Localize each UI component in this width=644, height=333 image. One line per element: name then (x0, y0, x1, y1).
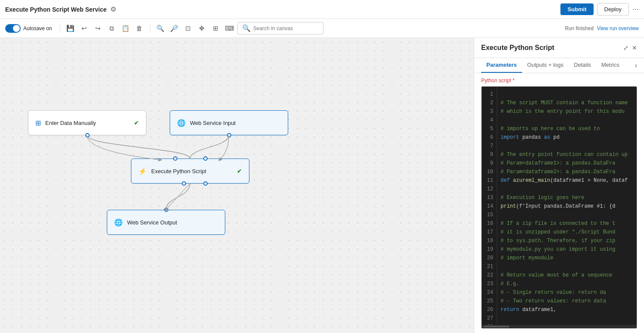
execute-python-dot-bottom-right[interactable] (203, 181, 208, 186)
web-service-input-dot-bottom[interactable] (227, 133, 231, 137)
code-label-text: Python script (481, 78, 511, 84)
code-line-26: return dataframe1, (501, 305, 633, 314)
code-line-12 (501, 185, 633, 193)
toolbar-right: Run finished View run overview (565, 25, 639, 31)
header-left: Execute Python Script Web Service ⚙ (5, 5, 116, 13)
web-service-input-label: Web Service Input (190, 120, 236, 126)
code-line-17: # it is unzipped under "./Script Bund (501, 228, 633, 237)
execute-python-dot-bottom-left[interactable] (182, 181, 186, 186)
gear-icon[interactable]: ⚙ (110, 5, 116, 13)
code-line-13: # Execution logic goes here (501, 193, 633, 202)
delete-icon[interactable]: 🗑 (134, 22, 146, 34)
tab-metrics[interactable]: Metrics (596, 58, 625, 73)
toolbar-separator-1 (60, 24, 60, 33)
web-service-output-dot-top[interactable] (164, 208, 168, 212)
pan-icon[interactable]: ✥ (196, 22, 208, 34)
panel-header: Execute Python Script ⤢ ✕ (474, 38, 644, 58)
web-service-output-icon: 🌐 (114, 218, 123, 227)
autosave-pill[interactable] (5, 24, 21, 33)
code-line-4 (501, 116, 633, 124)
zoom-in-icon[interactable]: 🔎 (168, 22, 180, 34)
code-line-9: # Param<dataframe1>: a pandas.DataFra (501, 159, 633, 168)
layout-icon[interactable]: ⊞ (210, 22, 222, 34)
code-line-15 (501, 211, 633, 219)
node-enter-data[interactable]: ⊞ Enter Data Manually ✔ (28, 110, 146, 135)
deploy-button[interactable]: Deploy (597, 3, 629, 16)
redo-icon[interactable]: ↪ (92, 22, 104, 34)
execute-python-dot-top-right[interactable] (203, 156, 208, 161)
search-input[interactable] (253, 25, 314, 31)
close-icon[interactable]: ✕ (632, 44, 637, 51)
code-line-7 (501, 142, 633, 150)
autosave-toggle[interactable]: Autosave on (5, 24, 52, 33)
tab-parameters[interactable]: Parameters (481, 58, 522, 73)
top-header: Execute Python Script Web Service ⚙ Subm… (0, 0, 644, 19)
toolbar-separator-2 (150, 24, 150, 33)
search-icon: 🔍 (242, 24, 251, 32)
code-line-24: # - Single return value: return da (501, 288, 633, 297)
code-line-20: # import mymodule (501, 254, 633, 262)
code-line-22: # Return value must be of a sequence (501, 271, 633, 280)
execute-python-icon: ⚡ (138, 167, 147, 175)
code-line-1 (501, 90, 633, 99)
node-execute-python[interactable]: ⚡ Execute Python Script ✔ (131, 159, 249, 184)
copy-icon[interactable]: ⧉ (106, 22, 118, 34)
page-title: Execute Python Script Web Service (5, 6, 107, 13)
paste-icon[interactable]: 📋 (120, 22, 132, 34)
code-line-3: # which is the entry point for this modu (501, 107, 633, 116)
enter-data-icon: ⊞ (35, 119, 41, 127)
web-service-output-label: Web Service Output (127, 219, 177, 226)
tab-details[interactable]: Details (569, 58, 596, 73)
search-box: 🔍 (237, 22, 324, 34)
code-line-6: import pandas as pd (501, 133, 633, 142)
code-line-21 (501, 262, 633, 271)
more-options-icon[interactable]: ··· (632, 5, 639, 14)
required-mark: * (511, 78, 514, 84)
expand-icon[interactable]: ⤢ (623, 44, 628, 51)
save-icon[interactable]: 💾 (65, 22, 77, 34)
run-status: Run finished (565, 25, 594, 31)
code-line-5: # imports up here can be used to (501, 124, 633, 133)
fit-view-icon[interactable]: ⊡ (182, 22, 194, 34)
canvas[interactable]: ⊞ Enter Data Manually ✔ 🌐 Web Service In… (0, 38, 474, 333)
tabs-arrow[interactable]: › (635, 58, 637, 73)
accessibility-icon[interactable]: ⌨ (224, 22, 236, 34)
enter-data-check-icon: ✔ (134, 119, 139, 126)
panel-tabs: Parameters Outputs + logs Details Metric… (474, 58, 644, 73)
code-line-27 (501, 314, 633, 323)
zoom-out-icon[interactable]: 🔍 (155, 22, 167, 34)
undo-icon[interactable]: ↩ (78, 22, 90, 34)
enter-data-label: Enter Data Manually (45, 120, 96, 126)
arrows-svg (0, 38, 474, 333)
code-line-18: # to sys.path. Therefore, if your zip (501, 237, 633, 245)
node-web-service-input[interactable]: 🌐 Web Service Input (170, 110, 288, 135)
code-content: 1234567 891011121314 15161718192021 2223… (482, 87, 637, 325)
enter-data-dot-bottom[interactable] (85, 133, 90, 137)
code-scrollbar-thumb[interactable] (483, 326, 509, 327)
view-run-link[interactable]: View run overview (597, 25, 639, 31)
code-label: Python script * (481, 78, 637, 84)
main-layout: ⊞ Enter Data Manually ✔ 🌐 Web Service In… (0, 38, 644, 333)
web-service-input-icon: 🌐 (177, 119, 186, 127)
execute-python-dot-top-left[interactable] (173, 156, 177, 161)
tab-outputs-logs[interactable]: Outputs + logs (522, 58, 569, 73)
toolbar: Autosave on 💾 ↩ ↪ ⧉ 📋 🗑 🔍 🔎 ⊡ ✥ ⊞ ⌨ 🔍 Ru… (0, 19, 644, 38)
autosave-label: Autosave on (23, 25, 52, 31)
panel-title: Execute Python Script (481, 44, 623, 58)
code-scrollbar[interactable] (482, 325, 637, 328)
submit-button[interactable]: Submit (560, 3, 593, 15)
line-numbers: 1234567 891011121314 15161718192021 2223… (482, 87, 497, 325)
code-editor[interactable]: 1234567 891011121314 15161718192021 2223… (481, 86, 637, 329)
toggle-circle (13, 25, 20, 32)
code-line-23: # E.g. (501, 280, 633, 288)
panel-header-icons: ⤢ ✕ (623, 44, 637, 57)
code-line-14: print(f'Input pandas.DataFrame #1: {d (501, 202, 633, 211)
code-lines: # The script MUST contain a function nam… (497, 87, 637, 325)
node-web-service-output[interactable]: 🌐 Web Service Output (107, 210, 225, 235)
code-line-11: def azureml_main(dataframe1 = None, data… (501, 176, 633, 185)
execute-python-check-icon: ✔ (237, 168, 242, 174)
code-line-10: # Param<dataframe2>: a pandas.DataFra (501, 168, 633, 176)
connections-svg (0, 38, 474, 333)
header-right: Submit Deploy ··· (560, 3, 639, 16)
code-line-16: # If a zip file is connected to the t (501, 219, 633, 228)
